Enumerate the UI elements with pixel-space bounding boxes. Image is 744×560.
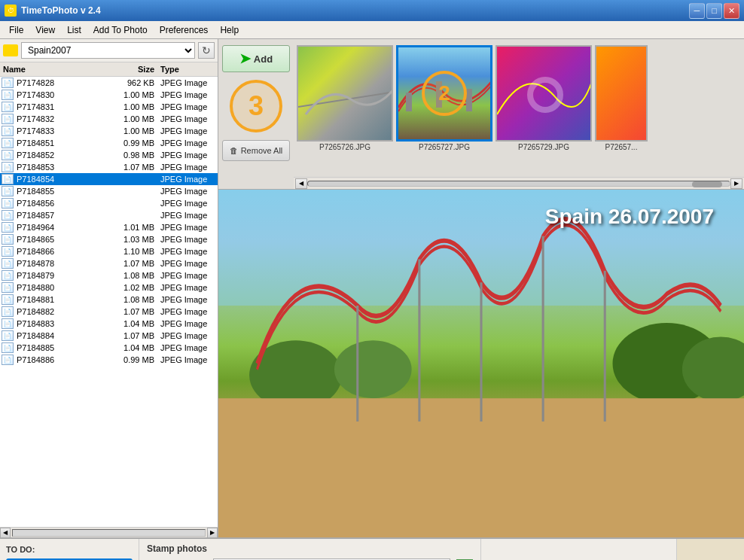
folder-bar: Spain2007 ↻: [0, 39, 218, 62]
thumb-coaster-svg: [298, 47, 393, 142]
file-row[interactable]: 📄 P7174828 962 KB JPEG Image: [0, 77, 218, 89]
file-type: JPEG Image: [157, 78, 218, 87]
file-name: P7184878: [15, 259, 105, 268]
maximize-button[interactable]: □: [706, 3, 722, 19]
thumb-scroll-right[interactable]: ▶: [730, 178, 742, 189]
add-arrow-icon: ➤: [239, 50, 251, 67]
col-header-name: Name: [0, 64, 105, 75]
file-icon: 📄: [2, 138, 14, 148]
file-row[interactable]: 📄 P7184853 1.07 MB JPEG Image: [0, 161, 218, 173]
file-row[interactable]: 📄 P7174831 1.00 MB JPEG Image: [0, 101, 218, 113]
thumbnail-item[interactable]: P72657...: [595, 45, 648, 151]
file-name: P7174833: [15, 126, 105, 135]
file-size: 0.98 MB: [105, 151, 157, 160]
thumbnail-scrollbar[interactable]: ◀ ▶: [294, 177, 744, 189]
file-row[interactable]: 📄 P7184883 1.04 MB JPEG Image: [0, 318, 218, 330]
window-controls: ─ □ ✕: [689, 3, 739, 19]
file-icon: 📄: [2, 90, 14, 100]
thumb-scrollbar-thumb[interactable]: [692, 181, 722, 187]
file-icon: 📄: [2, 294, 14, 305]
thumb-scroll-left[interactable]: ◀: [295, 178, 307, 189]
thumbnail-label: P7265727.JPG: [419, 143, 470, 151]
file-type: JPEG Image: [157, 307, 218, 316]
col-header-size: Size: [105, 64, 157, 75]
file-type: JPEG Image: [157, 114, 218, 123]
file-name: P7174830: [15, 90, 105, 99]
file-size: 1.08 MB: [105, 271, 157, 280]
horizontal-scrollbar[interactable]: ◀ ▶: [0, 527, 218, 537]
file-row[interactable]: 📄 P7174830 1.00 MB JPEG Image: [0, 89, 218, 101]
add-button[interactable]: ➤ Add: [222, 45, 290, 72]
file-name: P7184882: [15, 307, 105, 316]
file-icon: 📄: [2, 186, 14, 196]
file-size: 0.99 MB: [105, 138, 157, 148]
thumbnail-label: P7265726.JPG: [319, 143, 370, 151]
file-icon: 📄: [2, 210, 14, 221]
menu-help[interactable]: Help: [214, 23, 245, 37]
menu-view[interactable]: View: [29, 23, 61, 37]
file-row[interactable]: 📄 P7184886 0.99 MB JPEG Image: [0, 354, 218, 366]
file-row[interactable]: 📄 P7184882 1.07 MB JPEG Image: [0, 306, 218, 318]
thumbnail-image[interactable]: [595, 45, 648, 142]
file-row[interactable]: 📄 P7184866 1.10 MB JPEG Image: [0, 245, 218, 257]
file-row[interactable]: 📄 P7174833 1.00 MB JPEG Image: [0, 125, 218, 137]
minimize-button[interactable]: ─: [689, 3, 705, 19]
file-row[interactable]: 📄 P7184865 1.03 MB JPEG Image: [0, 233, 218, 245]
thumb-scrollbar-track[interactable]: [307, 181, 730, 187]
file-icon: 📄: [2, 270, 14, 281]
file-row[interactable]: 📄 P7184881 1.08 MB JPEG Image: [0, 294, 218, 306]
file-row[interactable]: 📄 P7184855 JPEG Image: [0, 185, 218, 197]
file-type: JPEG Image: [157, 295, 218, 304]
scroll-left-arrow[interactable]: ◀: [0, 528, 11, 538]
menu-file[interactable]: File: [3, 23, 29, 37]
stamp-panel: Stamp photos Text To Photo + ▲ ▲ Standar…: [139, 539, 480, 560]
folder-select[interactable]: Spain2007: [21, 42, 195, 59]
file-row[interactable]: 📄 P7184879 1.08 MB JPEG Image: [0, 269, 218, 282]
file-row[interactable]: 📄 P7184880 1.02 MB JPEG Image: [0, 282, 218, 294]
file-icon: 📄: [2, 198, 14, 208]
file-size: 1.00 MB: [105, 90, 157, 99]
file-list-container[interactable]: 📄 P7174828 962 KB JPEG Image 📄 P7174830 …: [0, 77, 218, 527]
menu-add-to-photo[interactable]: Add To Photo: [87, 23, 154, 37]
file-size: 1.00 MB: [105, 126, 157, 135]
thumbnail-item[interactable]: P7265726.JPG: [297, 45, 393, 151]
file-row[interactable]: 📄 P7174832 1.00 MB JPEG Image: [0, 113, 218, 125]
menu-preferences[interactable]: Preferences: [154, 23, 215, 37]
thumbnail-image[interactable]: [297, 45, 393, 142]
title-bar: ⏱ TimeToPhoto v 2.4 ─ □ ✕: [0, 0, 744, 21]
thumbnails-scroll[interactable]: P7265726.JPG: [294, 39, 744, 177]
remove-all-button[interactable]: 🗑 Remove All: [222, 140, 290, 161]
file-size: 1.08 MB: [105, 295, 157, 304]
file-row[interactable]: 📄 P7184851 0.99 MB JPEG Image: [0, 137, 218, 149]
file-name: P7184964: [15, 223, 105, 232]
file-name: P7184883: [15, 319, 105, 328]
file-icon: 📄: [2, 258, 14, 269]
file-row[interactable]: 📄 P7184854 JPEG Image: [0, 173, 218, 185]
file-icon: 📄: [2, 102, 14, 112]
file-type: JPEG Image: [157, 211, 218, 220]
file-icon: 📄: [2, 282, 14, 293]
thumbnail-image[interactable]: 2: [396, 45, 492, 142]
scroll-track[interactable]: [12, 529, 206, 537]
file-icon: 📄: [2, 234, 14, 245]
file-name: P7184855: [15, 187, 105, 196]
photo-preview: Spain 26.07.2007: [218, 190, 744, 537]
file-row[interactable]: 📄 P7184852 0.98 MB JPEG Image: [0, 149, 218, 161]
file-row[interactable]: 📄 P7184884 1.07 MB JPEG Image: [0, 330, 218, 342]
thumb-coaster-svg-3: [497, 47, 592, 142]
scroll-right-arrow[interactable]: ▶: [207, 528, 218, 538]
file-row[interactable]: 📄 P7184856 JPEG Image: [0, 197, 218, 209]
file-row[interactable]: 📄 P7184878 1.07 MB JPEG Image: [0, 257, 218, 269]
file-name: P7184853: [15, 163, 105, 172]
thumbnail-item[interactable]: 2 P7265727.JPG: [396, 45, 492, 151]
file-row[interactable]: 📄 P7184964 1.01 MB JPEG Image: [0, 221, 218, 233]
file-row[interactable]: 📄 P7184857 JPEG Image: [0, 209, 218, 221]
menu-list[interactable]: List: [61, 23, 87, 37]
file-size: 1.07 MB: [105, 259, 157, 268]
photo-bg: Spain 26.07.2007: [218, 190, 744, 537]
thumbnail-image[interactable]: [495, 45, 592, 142]
thumbnail-item[interactable]: P7265729.JPG: [495, 45, 592, 151]
close-button[interactable]: ✕: [724, 3, 739, 19]
refresh-button[interactable]: ↻: [198, 42, 215, 59]
file-row[interactable]: 📄 P7184885 1.04 MB JPEG Image: [0, 342, 218, 354]
